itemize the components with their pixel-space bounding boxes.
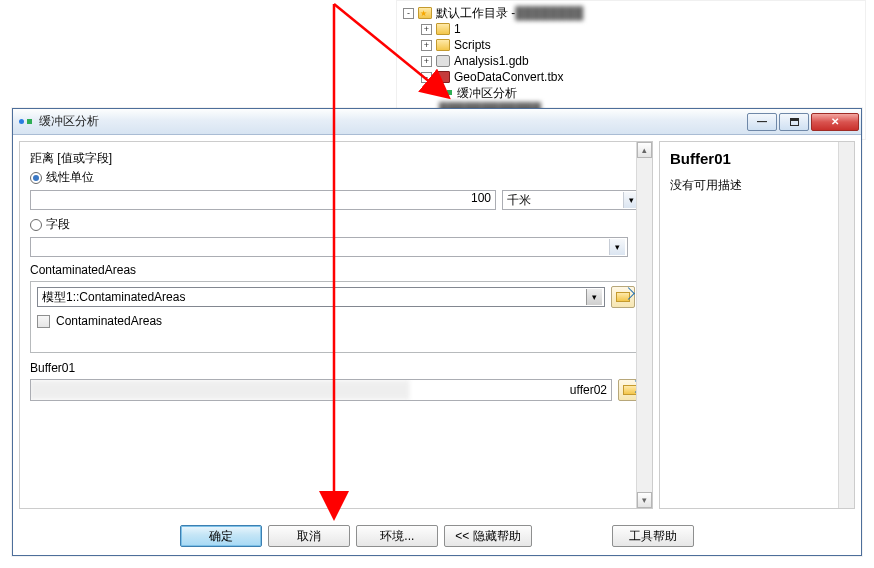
buffer-dialog: 缓冲区分析 — ✕ 距离 [值或字段] 线性单位 100 千米 ▾ (12, 108, 862, 556)
tree-item-label: Scripts (454, 37, 491, 53)
checkbox-icon[interactable] (37, 315, 50, 328)
vertical-scrollbar[interactable]: ▴ ▾ (636, 142, 652, 508)
folder-icon (436, 39, 450, 51)
dialog-title: 缓冲区分析 (39, 113, 747, 130)
radio-field[interactable]: 字段 (30, 216, 642, 233)
tree-item[interactable]: + Scripts (421, 37, 859, 53)
tree-item-model[interactable]: 缓冲区分析 (439, 85, 859, 101)
help-title: Buffer01 (670, 150, 844, 167)
minimize-button[interactable]: — (747, 113, 777, 131)
environments-button[interactable]: 环境... (356, 525, 438, 547)
input-fc-dropdown[interactable]: 模型1::ContaminatedAreas ▾ (37, 287, 605, 307)
spacer (538, 525, 606, 547)
tree-item-label: Analysis1.gdb (454, 53, 529, 69)
open-folder-icon (623, 385, 637, 395)
toolbox-icon (436, 71, 450, 83)
checkbox-row[interactable]: ContaminatedAreas (37, 314, 635, 328)
input-fc-value: 模型1::ContaminatedAreas (42, 289, 586, 306)
chevron-down-icon: ▾ (609, 239, 625, 255)
maximize-button[interactable] (779, 113, 809, 131)
model-icon (439, 87, 453, 99)
radio-icon[interactable] (30, 219, 42, 231)
help-body: 没有可用描述 (670, 177, 844, 194)
tree-item-label: 缓冲区分析 (457, 85, 517, 101)
radio-label: 字段 (46, 216, 70, 233)
help-pane: Buffer01 没有可用描述 (659, 141, 855, 509)
collapse-icon[interactable]: - (403, 8, 414, 19)
chevron-down-icon: ▾ (586, 289, 602, 305)
folder-icon (436, 23, 450, 35)
expand-icon[interactable]: + (421, 40, 432, 51)
title-bar[interactable]: 缓冲区分析 — ✕ (13, 109, 861, 135)
window-buttons: — ✕ (747, 113, 859, 131)
tree-item-label: 1 (454, 21, 461, 37)
tree-item[interactable]: + Analysis1.gdb (421, 53, 859, 69)
close-button[interactable]: ✕ (811, 113, 859, 131)
scroll-down-icon[interactable]: ▾ (637, 492, 652, 508)
blurred-text: ████████ (515, 5, 645, 21)
blurred-text (31, 380, 408, 400)
tool-help-button[interactable]: 工具帮助 (612, 525, 694, 547)
ok-button[interactable]: 确定 (180, 525, 262, 547)
browse-button[interactable] (611, 286, 635, 308)
distance-value: 100 (471, 191, 491, 205)
distance-input[interactable]: 100 (30, 190, 496, 210)
output-row: uffer02 (30, 379, 642, 401)
input-fc-label: ContaminatedAreas (30, 263, 642, 277)
button-bar: 确定 取消 环境... << 隐藏帮助 工具帮助 (13, 525, 861, 547)
open-folder-icon (616, 292, 630, 302)
radio-label: 线性单位 (46, 169, 94, 186)
tree-root-label: 默认工作目录 - (436, 5, 515, 21)
output-label: Buffer01 (30, 361, 642, 375)
tree-root-row[interactable]: - 默认工作目录 - ████████ (403, 5, 859, 21)
model-icon (19, 115, 33, 129)
hide-help-button[interactable]: << 隐藏帮助 (444, 525, 531, 547)
expand-icon[interactable]: + (421, 24, 432, 35)
collapse-icon[interactable]: - (421, 72, 432, 83)
cancel-button[interactable]: 取消 (268, 525, 350, 547)
unit-dropdown[interactable]: 千米 ▾ (502, 190, 642, 210)
field-dropdown[interactable]: ▾ (30, 237, 628, 257)
output-path-tail: uffer02 (570, 383, 607, 397)
distance-row: 100 千米 ▾ (30, 190, 642, 210)
tree-item-toolbox[interactable]: - GeoDataConvert.tbx (421, 69, 859, 85)
input-fc-panel: 模型1::ContaminatedAreas ▾ ContaminatedAre… (30, 281, 642, 353)
vertical-scrollbar[interactable] (838, 142, 854, 508)
maximize-icon (790, 118, 799, 126)
radio-linear-unit[interactable]: 线性单位 (30, 169, 642, 186)
geodatabase-icon (436, 55, 450, 67)
tree-item[interactable]: + 1 (421, 21, 859, 37)
expand-icon[interactable]: + (421, 56, 432, 67)
home-folder-icon (418, 7, 432, 19)
scroll-up-icon[interactable]: ▴ (637, 142, 652, 158)
minimize-icon: — (757, 116, 767, 127)
radio-icon[interactable] (30, 172, 42, 184)
unit-selected: 千米 (507, 192, 623, 209)
close-icon: ✕ (831, 116, 839, 127)
checkbox-label: ContaminatedAreas (56, 314, 162, 328)
parameters-pane: 距离 [值或字段] 线性单位 100 千米 ▾ 字段 ▾ (19, 141, 653, 509)
output-path-input[interactable]: uffer02 (30, 379, 612, 401)
tree-item-label: GeoDataConvert.tbx (454, 69, 563, 85)
distance-group-label: 距离 [值或字段] (30, 150, 642, 167)
dialog-body: 距离 [值或字段] 线性单位 100 千米 ▾ 字段 ▾ (13, 135, 861, 515)
